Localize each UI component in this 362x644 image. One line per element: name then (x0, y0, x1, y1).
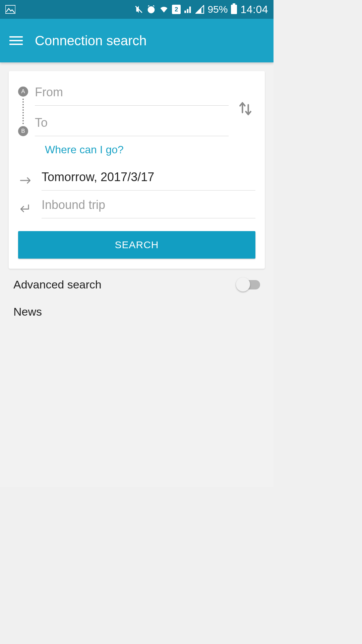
page-title: Connection search (35, 33, 147, 48)
status-clock: 14:04 (240, 3, 268, 16)
menu-button[interactable] (9, 36, 23, 45)
search-card: A B Where can I go? (9, 71, 265, 269)
marker-a-icon: A (18, 87, 28, 97)
inbound-date-field[interactable]: Inbound trip (42, 198, 255, 218)
mute-icon (134, 5, 143, 14)
search-button[interactable]: SEARCH (18, 231, 255, 259)
gallery-icon (5, 5, 15, 14)
status-bar: 2 95% 14:04 (0, 0, 274, 19)
advanced-search-label: Advanced search (13, 278, 102, 291)
swap-button[interactable] (235, 81, 255, 136)
where-can-i-go-link[interactable]: Where can I go? (18, 136, 255, 156)
signal-icon-1 (184, 5, 192, 13)
wifi-icon (159, 5, 169, 13)
alarm-icon (146, 5, 156, 14)
return-arrow-icon (18, 204, 33, 213)
news-heading[interactable]: News (9, 301, 265, 318)
battery-percent: 95% (207, 4, 228, 15)
svg-point-3 (148, 7, 155, 13)
battery-icon (231, 5, 237, 14)
sim-badge: 2 (172, 5, 181, 14)
from-input[interactable] (35, 81, 229, 106)
app-bar: Connection search (0, 19, 274, 62)
signal-icon-2 (195, 5, 204, 14)
outbound-date-field[interactable]: Tomorrow, 2017/3/17 (42, 170, 255, 191)
route-markers: A B (18, 81, 28, 136)
marker-b-icon: B (18, 126, 28, 136)
arrow-right-icon (18, 176, 33, 184)
to-input[interactable] (35, 112, 229, 136)
advanced-search-toggle[interactable] (237, 280, 260, 289)
swap-icon (238, 100, 253, 117)
